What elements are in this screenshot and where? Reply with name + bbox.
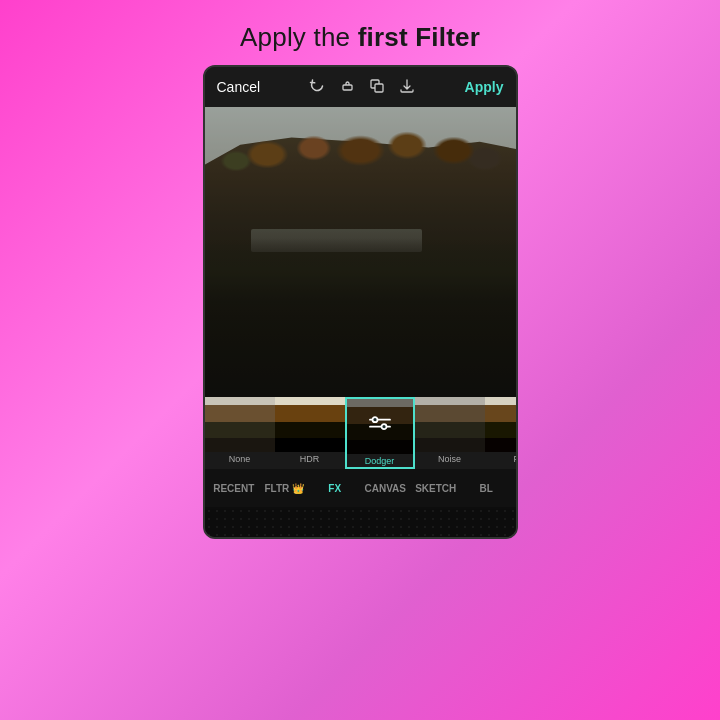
phone-frame: Cancel: [203, 65, 518, 539]
main-image: [205, 107, 516, 397]
refresh-icon[interactable]: [309, 78, 325, 96]
honeycomb-pattern: [205, 507, 516, 537]
apply-button[interactable]: Apply: [465, 79, 504, 95]
eraser-icon[interactable]: [339, 78, 355, 96]
tab-bl[interactable]: BL: [461, 475, 512, 502]
filter-hdr[interactable]: HDR: [275, 397, 345, 469]
toolbar: Cancel: [205, 67, 516, 107]
filter-noise[interactable]: Noise: [415, 397, 485, 469]
filter-strip: None HDR Dodger No: [205, 397, 516, 469]
filter-fix[interactable]: Fix: [485, 397, 516, 469]
cancel-button[interactable]: Cancel: [217, 79, 261, 95]
tab-sketch[interactable]: SKETCH: [411, 475, 462, 502]
tab-fx[interactable]: FX: [310, 475, 361, 502]
category-tabs: RECENT FLTR 👑 FX CANVAS SKETCH BL: [205, 469, 516, 507]
filter-overlay: [205, 107, 516, 397]
svg-point-6: [381, 424, 386, 429]
filter-none[interactable]: None: [205, 397, 275, 469]
svg-point-4: [372, 417, 377, 422]
instruction-text: Apply the first Filter: [240, 22, 480, 53]
tab-fltr[interactable]: FLTR 👑: [259, 475, 310, 502]
tab-canvas[interactable]: CANVAS: [360, 475, 411, 502]
download-icon[interactable]: [399, 78, 415, 96]
toolbar-icons: [309, 78, 415, 96]
svg-rect-0: [343, 85, 352, 90]
crown-icon: 👑: [292, 483, 304, 494]
honeycomb-bar: [205, 507, 516, 537]
layers-icon[interactable]: [369, 78, 385, 96]
svg-rect-2: [375, 84, 383, 92]
filter-dodger[interactable]: Dodger: [345, 397, 415, 469]
tab-recent[interactable]: RECENT: [209, 475, 260, 502]
photo-background: [205, 107, 516, 397]
